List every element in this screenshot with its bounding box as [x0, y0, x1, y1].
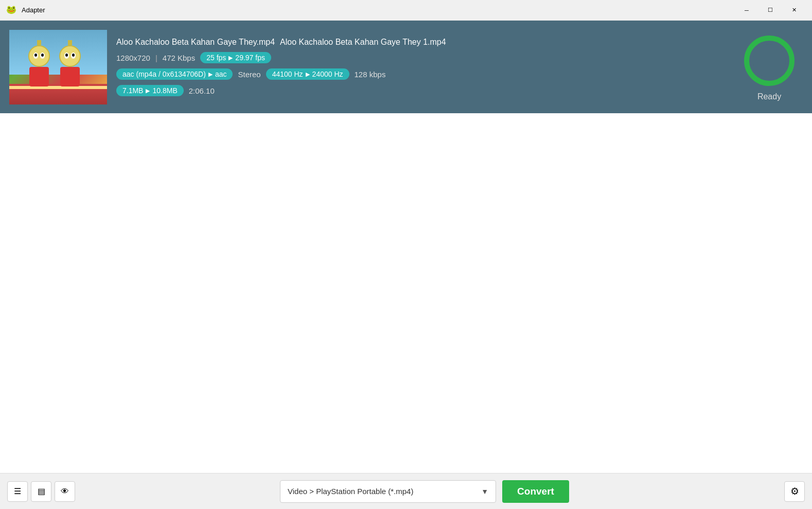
format-dropdown[interactable]: Video > PlayStation Portable (*.mp4) ▼ — [280, 480, 496, 503]
console-icon: ▤ — [38, 486, 45, 496]
gear-icon: ⚙ — [790, 485, 799, 497]
details-row-3: 7.1MB ▶ 10.8MB 2:06.10 — [116, 85, 727, 96]
thumbnail-image — [9, 30, 107, 104]
chevron-down-icon: ▼ — [481, 487, 488, 496]
source-filename: Aloo Kachaloo Beta Kahan Gaye They.mp4 — [116, 38, 275, 47]
title-bar: 🐸 Adapter ─ ☐ ✕ — [0, 0, 812, 21]
bitrate: 472 Kbps — [163, 54, 195, 62]
audio-codec-src: aac (mp4a / 0x6134706D) — [122, 70, 206, 78]
audio-codec-badge: aac (mp4a / 0x6134706D) ▶ aac — [116, 68, 233, 80]
size-arrow: ▶ — [146, 87, 150, 94]
size-dest: 10.8MB — [152, 86, 177, 95]
fps-arrow: ▶ — [228, 55, 233, 61]
bottom-center: Video > PlayStation Portable (*.mp4) ▼ C… — [80, 480, 769, 503]
size-badge: 7.1MB ▶ 10.8MB — [116, 85, 184, 96]
audio-bitrate: 128 kbps — [355, 70, 386, 79]
size-src: 7.1MB — [122, 86, 143, 95]
resolution: 1280x720 — [116, 54, 150, 62]
separator: | — [155, 54, 157, 62]
app-title: Adapter — [22, 6, 45, 14]
details-row-1: 1280x720 | 472 Kbps 25 fps ▶ 29.97 fps — [116, 52, 727, 63]
fps-badge: 25 fps ▶ 29.97 fps — [200, 52, 271, 63]
format-label: Video > PlayStation Portable (*.mp4) — [288, 487, 413, 496]
audio-freq-src: 44100 Hz — [272, 70, 303, 78]
status-circle — [741, 32, 798, 89]
details-row-2: aac (mp4a / 0x6134706D) ▶ aac Stereo 441… — [116, 68, 727, 80]
duration: 2:06.10 — [189, 86, 215, 95]
status-label: Ready — [757, 92, 781, 101]
app-icon: 🐸 — [6, 5, 17, 16]
dest-filename: Aloo Kachaloo Beta Kahan Gaye They 1.mp4 — [280, 38, 446, 47]
bottom-left: ☰ ▤ 👁 — [7, 481, 75, 502]
audio-freq-badge: 44100 Hz ▶ 24000 Hz — [266, 68, 349, 80]
preview-icon: 👁 — [61, 487, 69, 496]
svg-point-2 — [753, 44, 786, 77]
video-thumbnail — [9, 30, 107, 104]
maximize-button[interactable]: ☐ — [758, 2, 782, 19]
preview-button[interactable]: 👁 — [55, 481, 75, 502]
console-button[interactable]: ▤ — [31, 481, 51, 502]
list-icon: ☰ — [14, 486, 21, 496]
minimize-button[interactable]: ─ — [735, 2, 758, 19]
bottom-bar: ☰ ▤ 👁 Video > PlayStation Portable (*.mp… — [0, 473, 812, 509]
bottom-right: ⚙ — [774, 481, 805, 502]
main-content — [0, 113, 812, 473]
audio-freq-dest: 24000 Hz — [312, 70, 343, 78]
list-button[interactable]: ☰ — [7, 481, 28, 502]
header-bar: Aloo Kachaloo Beta Kahan Gaye They.mp4 A… — [0, 21, 812, 113]
character-2 — [56, 40, 84, 84]
close-button[interactable]: ✕ — [782, 2, 806, 19]
audio-codec-dest: aac — [215, 70, 227, 78]
audio-channels: Stereo — [238, 70, 260, 79]
convert-button[interactable]: Convert — [502, 480, 569, 503]
title-bar-controls: ─ ☐ ✕ — [735, 2, 806, 19]
fps-dest: 29.97 fps — [235, 54, 265, 62]
status-area: Ready — [736, 32, 803, 101]
audio-freq-arrow: ▶ — [306, 71, 310, 78]
file-info: Aloo Kachaloo Beta Kahan Gaye They.mp4 A… — [116, 38, 727, 96]
settings-button[interactable]: ⚙ — [784, 481, 805, 502]
fps-source: 25 fps — [206, 54, 226, 62]
audio-codec-arrow: ▶ — [208, 71, 213, 78]
filenames-row: Aloo Kachaloo Beta Kahan Gaye They.mp4 A… — [116, 38, 727, 47]
character-1 — [25, 40, 53, 84]
title-bar-left: 🐸 Adapter — [6, 5, 45, 16]
